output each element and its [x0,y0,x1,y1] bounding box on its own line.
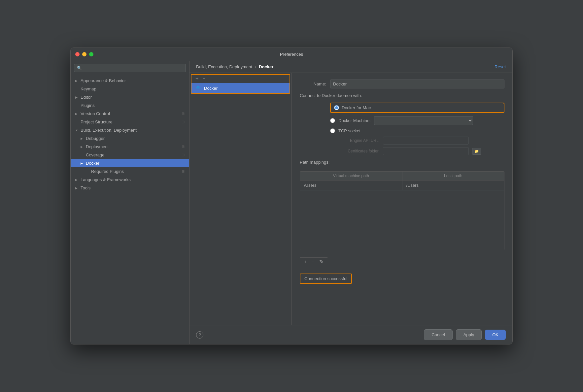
triangle-icon: ▶ [75,96,79,99]
cert-folder-browse-button[interactable]: 📁 [472,148,481,155]
triangle-icon: ▶ [75,186,79,190]
path-toolbar: + − ✎ [300,257,327,266]
table-row[interactable]: /Users /Users [300,180,504,190]
docker-machine-select[interactable] [374,116,473,125]
engine-api-input[interactable] [383,137,469,145]
bottom-bar: ? Cancel Apply OK [189,325,512,344]
apply-button[interactable]: Apply [456,329,482,340]
docker-machine-row: Docker Machine: [330,116,504,125]
name-field-row: Name: [300,80,504,88]
docker-list-item[interactable]: Docker [191,83,290,93]
triangle-icon: ▶ [75,112,79,115]
sidebar-item-plugins[interactable]: ▶ Plugins [71,101,189,110]
triangle-icon: ▶ [75,79,79,82]
sidebar-item-label: Coverage [86,152,104,157]
path-remove-button[interactable]: − [310,259,316,265]
search-bar [71,61,189,75]
remove-docker-button[interactable]: − [201,76,207,82]
copy-icon: ⊞ [182,145,185,149]
help-button[interactable]: ? [196,331,203,339]
path-mappings-label: Path mappings: [300,160,329,165]
sidebar-item-label: Version Control [81,111,110,116]
sidebar-item-label: Build, Execution, Deployment [81,128,137,133]
add-docker-button[interactable]: + [194,76,200,82]
list-toolbar: + − [191,75,290,83]
triangle-icon: ▶ [81,162,84,165]
sidebar-item-appearance-behavior[interactable]: ▶ Appearance & Behavior [71,77,189,85]
docker-icon [195,85,201,91]
sidebar-item-label: Tools [81,185,90,190]
svg-rect-3 [197,86,198,87]
tcp-socket-row: TCP socket [330,128,504,133]
sidebar-item-build-exec-deploy[interactable]: ▼ Build, Execution, Deployment [71,126,189,134]
sidebar-item-label: Languages & Frameworks [81,177,131,182]
copy-icon: ⊞ [182,120,185,124]
triangle-icon: ▶ [81,137,84,140]
path-mappings-row: Path mappings: Virtual machine path Loca… [300,160,504,266]
search-input[interactable] [74,64,186,72]
window-title: Preferences [280,52,303,57]
sidebar-item-required-plugins[interactable]: ▶ Required Plugins ⊞ [71,167,189,176]
triangle-icon: ▶ [81,145,84,148]
sidebar-item-version-control[interactable]: ▶ Version Control ⊞ [71,110,189,118]
radio-group: Docker for Mac Docker Machine: [330,103,504,155]
minimize-button[interactable] [82,52,86,56]
copy-icon: ⊞ [182,169,185,174]
sidebar-item-docker[interactable]: ▶ Docker [71,159,189,167]
close-button[interactable] [75,52,80,56]
vm-path-col-header: Virtual machine path [300,172,402,180]
docker-for-mac-row: Docker for Mac [330,103,504,113]
sidebar-nav: ▶ Appearance & Behavior ▶ Keymap ▶ Edito… [71,75,189,344]
sidebar-item-label: Project Structure [81,119,113,124]
sidebar-item-label: Editor [81,95,92,100]
sidebar-item-coverage[interactable]: ▶ Coverage ⊞ [71,151,189,159]
config-panel: Name: Connect to Docker daemon with: Doc… [292,73,512,325]
sidebar-item-languages-frameworks[interactable]: ▶ Languages & Frameworks [71,176,189,184]
engine-api-label: Engine API URL: [340,138,380,143]
tcp-socket-label: TCP socket [338,128,360,133]
copy-icon: ⊞ [182,153,185,157]
path-edit-button[interactable]: ✎ [318,259,325,265]
sidebar-item-keymap[interactable]: ▶ Keymap [71,85,189,93]
local-path-cell: /Users [402,180,504,190]
breadcrumb-parent: Build, Execution, Deployment [196,64,252,69]
sidebar-item-label: Debugger [86,136,105,141]
connection-status: Connection successful [300,274,352,284]
sidebar-item-editor[interactable]: ▶ Editor [71,93,189,101]
vm-path-cell: /Users [300,180,402,190]
docker-for-mac-radio[interactable] [334,105,339,110]
tcp-socket-radio[interactable] [330,128,335,133]
breadcrumb: Build, Execution, Deployment › Docker [196,64,273,69]
sidebar-item-label: Required Plugins [91,169,124,174]
maximize-button[interactable] [89,52,93,56]
path-add-button[interactable]: + [302,259,308,265]
panel-body: + − [189,73,512,325]
sidebar-item-project-structure[interactable]: ▶ Project Structure ⊞ [71,118,189,126]
engine-api-row: Engine API URL: [340,137,504,145]
triangle-icon: ▶ [75,178,79,181]
sidebar-item-tools[interactable]: ▶ Tools [71,184,189,192]
docker-item-label: Docker [204,86,218,91]
cert-folder-row: Certificates folder: 📁 [340,147,504,155]
breadcrumb-bar: Build, Execution, Deployment › Docker Re… [189,61,512,73]
right-panel: Build, Execution, Deployment › Docker Re… [189,61,512,344]
main-content: ▶ Appearance & Behavior ▶ Keymap ▶ Edito… [71,61,512,344]
path-table-empty [300,190,504,250]
docker-machine-radio[interactable] [330,118,335,123]
window-controls [75,52,93,56]
reset-button[interactable]: Reset [495,64,506,69]
sidebar-item-deployment[interactable]: ▶ Deployment ⊞ [71,143,189,151]
sidebar: ▶ Appearance & Behavior ▶ Keymap ▶ Edito… [71,61,189,344]
path-table-header: Virtual machine path Local path [300,172,504,180]
docker-for-mac-label: Docker for Mac [342,105,371,110]
local-path-col-header: Local path [402,172,504,180]
docker-machine-label: Docker Machine: [338,118,371,123]
path-table: Virtual machine path Local path /Users /… [300,171,504,250]
sidebar-item-debugger[interactable]: ▶ Debugger [71,134,189,143]
ok-button[interactable]: OK [485,330,506,340]
cert-folder-input[interactable] [383,147,469,155]
cancel-button[interactable]: Cancel [424,329,452,340]
name-input[interactable] [330,80,504,88]
connect-label-row: Connect to Docker daemon with: [300,93,504,98]
preferences-window: Preferences ▶ Appearance & Behavior ▶ Ke… [70,48,513,344]
